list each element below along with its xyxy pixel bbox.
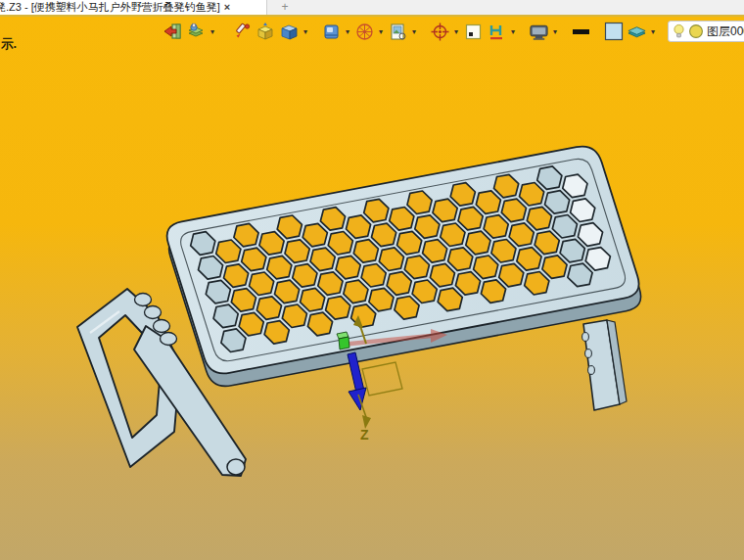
new-tab-button[interactable]: +	[277, 0, 293, 15]
stool-3d-model[interactable]: Z	[0, 17, 744, 560]
tab-close-icon[interactable]: ×	[224, 1, 230, 14]
document-tab[interactable]: 凳.Z3 - [便携塑料小马扎户外野营折叠凳钓鱼凳] ×	[0, 0, 267, 15]
document-tab-bar: 凳.Z3 - [便携塑料小马扎户外野营折叠凳钓鱼凳] × +	[0, 0, 744, 15]
document-tab-title: 凳.Z3 - [便携塑料小马扎户外野营折叠凳钓鱼凳]	[0, 0, 220, 15]
3d-viewport[interactable]: 示. ▾	[0, 17, 744, 560]
z-axis-label: Z	[360, 427, 369, 443]
application-window: 凳.Z3 - [便携塑料小马扎户外野营折叠凳钓鱼凳] × + 示.	[0, 0, 744, 560]
